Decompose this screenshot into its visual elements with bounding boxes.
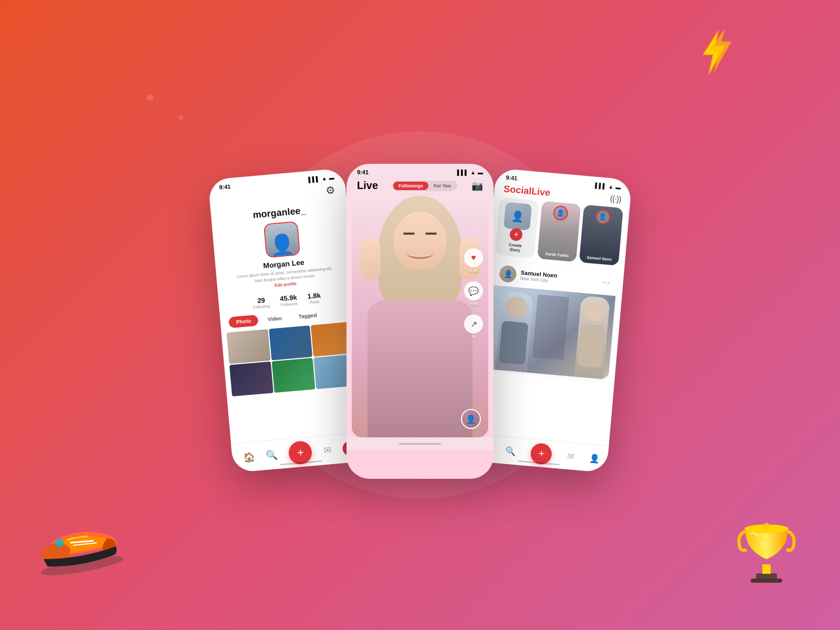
- sneaker-icon: [25, 498, 133, 596]
- svg-rect-8: [751, 579, 782, 583]
- left-phone: 9:41 ▌▌▌ ▲ ▬ ⚙ morganlee_ Morgan Lee Lor…: [208, 168, 370, 473]
- live-tab-foryou[interactable]: For You: [428, 182, 456, 190]
- story-strip: 👤 + CreateStory 👤 Sarah Fadila 👤 Samue: [489, 197, 630, 266]
- woman-face: [394, 212, 446, 269]
- like-button[interactable]: ♥ 2.9k: [464, 248, 483, 273]
- person-left-body: [499, 321, 529, 365]
- live-broadcast-icon[interactable]: ((·)): [610, 194, 621, 204]
- live-tabs: Followings For You: [392, 181, 457, 191]
- live-label: Live: [357, 180, 378, 192]
- person-right-head: [584, 300, 605, 322]
- following-label: Following: [253, 303, 270, 310]
- story-create-card[interactable]: 👤 + CreateStory: [495, 197, 539, 258]
- right-eye: [425, 233, 437, 235]
- r-wifi-icon: ▲: [608, 183, 614, 190]
- tab-photo[interactable]: Photo: [228, 314, 259, 328]
- samuel-avatar-icon: 👤: [598, 213, 607, 220]
- middle-home-indicator: [399, 443, 441, 445]
- tab-video[interactable]: Video: [260, 312, 290, 326]
- tab-tagged[interactable]: Tagged: [291, 309, 324, 322]
- live-video-area: ♥ 2.9k 💬 789 ↗ 59: [352, 196, 488, 437]
- post-more-button[interactable]: ⋯: [602, 277, 611, 288]
- story-samuel[interactable]: 👤 Samuel Noen: [579, 205, 623, 266]
- stat-followers: 45.9k Followers: [280, 293, 298, 308]
- stat-posts: 1.8k Posts: [307, 291, 321, 305]
- interaction-buttons: ♥ 2.9k 💬 789 ↗ 59: [464, 248, 483, 339]
- left-status-icons: ▌▌▌ ▲ ▬: [308, 174, 334, 182]
- right-phone: 9:41 ▌▌▌ ▲ ▬ SocialLive ((·)) 👤 + Create…: [470, 168, 632, 473]
- share-button[interactable]: ↗ 59: [464, 314, 483, 339]
- story-sarah[interactable]: 👤 Sarah Fadila: [537, 201, 581, 262]
- comment-icon-wrap: 💬: [464, 281, 483, 300]
- deco-dot-1: [147, 94, 153, 101]
- heart-icon: ♥: [471, 253, 476, 262]
- brand-name: SocialLive: [503, 183, 551, 198]
- post-user-info: Samuel Noen New York City: [520, 269, 598, 288]
- comment-button[interactable]: 💬 789: [464, 281, 483, 306]
- person-right-body: [578, 324, 605, 368]
- followers-label: Followers: [280, 301, 298, 308]
- mid-battery-icon: ▬: [478, 170, 483, 175]
- live-tab-followings[interactable]: Followings: [393, 182, 428, 190]
- like-count: 2.9k: [469, 268, 478, 273]
- lightning-icon: [688, 26, 740, 79]
- mail-nav-icon[interactable]: ✉: [323, 444, 332, 456]
- create-story-plus[interactable]: +: [509, 228, 523, 242]
- svg-text:★: ★: [759, 538, 768, 549]
- comment-icon: 💬: [468, 286, 479, 296]
- photo-4[interactable]: [229, 362, 274, 397]
- building-bg: [532, 295, 569, 360]
- right-status-icons: ▌▌▌ ▲ ▬: [595, 182, 621, 190]
- middle-header: Live Followings For You 📷: [346, 177, 494, 196]
- stat-following: 29 Following: [253, 296, 270, 310]
- photo-grid: [222, 321, 363, 397]
- left-eye: [403, 233, 415, 235]
- person-left-head: [505, 296, 528, 319]
- r-battery-icon: ▬: [615, 184, 621, 190]
- middle-bottom-area: [346, 437, 494, 450]
- story-create-bg: 👤: [503, 202, 532, 230]
- camera-icon[interactable]: 📷: [471, 180, 483, 192]
- svg-rect-9: [762, 564, 771, 574]
- post-avatar[interactable]: 👤: [499, 265, 517, 283]
- middle-time: 9:41: [357, 169, 369, 175]
- avatar-person: [264, 222, 299, 257]
- left-hand: [360, 238, 381, 280]
- home-nav-icon[interactable]: 🏠: [243, 450, 255, 463]
- photo-1[interactable]: [227, 329, 271, 364]
- comment-count: 789: [470, 301, 477, 306]
- r-mail-nav-icon[interactable]: ✉: [567, 451, 575, 461]
- trophy-icon: ★: [735, 518, 798, 598]
- post-avatar-icon: 👤: [503, 269, 512, 278]
- middle-phone: 9:41 ▌▌▌ ▲ ▬ Live Followings For You 📷: [346, 164, 494, 479]
- svg-point-12: [763, 523, 770, 529]
- wifi-icon: ▲: [321, 175, 327, 181]
- middle-status-bar: 9:41 ▌▌▌ ▲ ▬: [346, 164, 494, 177]
- signal-icon: ▌▌▌: [308, 176, 320, 183]
- mid-signal-icon: ▌▌▌: [457, 170, 468, 175]
- photo-2[interactable]: [269, 326, 313, 361]
- post-card: 👤 Samuel Noen New York City ⋯: [485, 260, 618, 380]
- share-icon-wrap: ↗: [464, 314, 483, 333]
- share-icon: ↗: [470, 319, 477, 329]
- sweater: [368, 301, 472, 437]
- r-profile-nav-icon[interactable]: 👤: [589, 453, 601, 464]
- compass-nav-icon[interactable]: 🔍: [266, 449, 278, 461]
- r-signal-icon: ▌▌▌: [595, 182, 606, 189]
- share-count: 59: [471, 334, 476, 339]
- sarah-avatar-icon: 👤: [556, 209, 565, 217]
- photo-5[interactable]: [271, 358, 316, 393]
- battery-icon: ▬: [329, 174, 334, 181]
- mid-wifi-icon: ▲: [470, 170, 476, 175]
- strip-avatar[interactable]: 👤: [461, 409, 481, 429]
- phones-container: 9:41 ▌▌▌ ▲ ▬ ⚙ morganlee_ Morgan Lee Lor…: [210, 164, 630, 479]
- settings-icon[interactable]: ⚙: [326, 184, 336, 197]
- like-icon-wrap: ♥: [464, 248, 483, 267]
- deco-dot-2: [178, 116, 183, 120]
- left-time: 9:41: [219, 183, 231, 191]
- left-avatar[interactable]: [263, 221, 300, 258]
- middle-status-icons: ▌▌▌ ▲ ▬: [457, 170, 483, 175]
- r-compass-nav-icon[interactable]: 🔍: [505, 446, 516, 457]
- create-story-label: CreateStory: [508, 243, 522, 253]
- posts-label: Posts: [308, 299, 321, 305]
